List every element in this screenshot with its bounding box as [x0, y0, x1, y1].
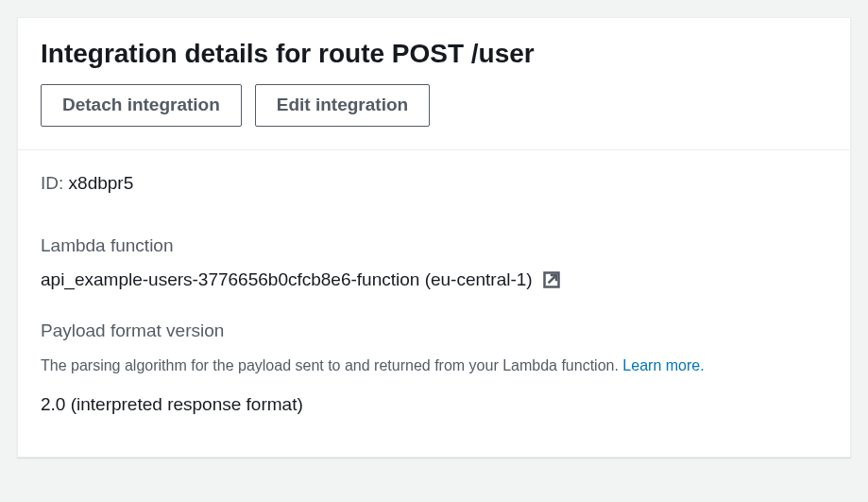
edit-integration-button[interactable]: Edit integration	[255, 84, 430, 127]
lambda-function-value: api_example-users-3776656b0cfcb8e6-funct…	[41, 269, 533, 290]
detach-integration-button[interactable]: Detach integration	[41, 84, 242, 127]
payload-format-label: Payload format version	[41, 320, 827, 341]
payload-format-description: The parsing algorithm for the payload se…	[41, 355, 827, 377]
external-link-icon[interactable]	[542, 270, 561, 289]
payload-format-description-text: The parsing algorithm for the payload se…	[41, 357, 622, 373]
learn-more-link[interactable]: Learn more.	[622, 357, 704, 373]
id-value: x8dbpr5	[69, 173, 134, 193]
panel-header: Integration details for route POST /user…	[18, 18, 850, 150]
lambda-function-field: Lambda function api_example-users-377665…	[41, 235, 827, 290]
payload-format-value: 2.0 (interpreted response format)	[41, 394, 827, 415]
integration-details-panel: Integration details for route POST /user…	[17, 17, 851, 458]
lambda-function-label: Lambda function	[41, 235, 827, 256]
button-row: Detach integration Edit integration	[41, 84, 827, 127]
id-label: ID:	[41, 173, 63, 193]
lambda-function-value-row: api_example-users-3776656b0cfcb8e6-funct…	[41, 269, 827, 290]
id-row: ID: x8dbpr5	[41, 173, 827, 194]
page-title: Integration details for route POST /user	[41, 37, 827, 71]
panel-body: ID: x8dbpr5 Lambda function api_example-…	[18, 150, 850, 457]
payload-format-field: Payload format version The parsing algor…	[41, 320, 827, 415]
